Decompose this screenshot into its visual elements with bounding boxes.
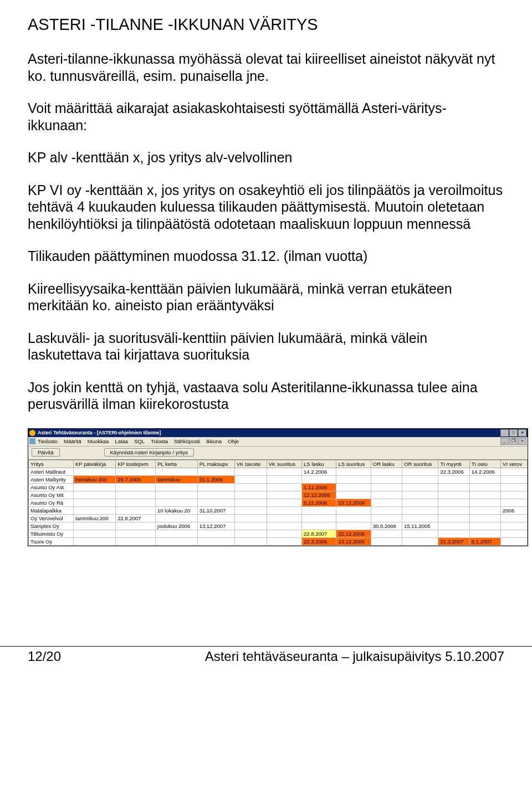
cell[interactable]: 30.5.2006: [371, 522, 402, 530]
cell[interactable]: [267, 483, 302, 491]
cell[interactable]: 14.2.2006: [302, 468, 336, 475]
cell[interactable]: 8.1.2007: [469, 537, 500, 545]
column-header[interactable]: PL maksupv: [197, 460, 234, 468]
cell[interactable]: [74, 522, 116, 530]
cell[interactable]: Asunto Oy Ast: [29, 483, 74, 491]
cell[interactable]: 1.11.2006: [302, 483, 336, 491]
cell[interactable]: [267, 506, 302, 514]
cell[interactable]: [469, 530, 500, 537]
cell[interactable]: [235, 522, 267, 530]
table-row[interactable]: Tuore Oy22.3.200613.12.200521.3.20078.1.…: [29, 537, 528, 545]
cell[interactable]: [302, 506, 336, 514]
cell[interactable]: 29.7.2000: [116, 475, 156, 483]
menu-lataa[interactable]: Lataa: [115, 438, 128, 444]
cell[interactable]: 2006: [501, 506, 528, 514]
cell[interactable]: Asunto Oy Mit: [29, 491, 74, 499]
cell[interactable]: 10 lokakuu 20: [156, 506, 198, 514]
mdi-minimize-button[interactable]: _: [500, 438, 509, 445]
cell[interactable]: [235, 491, 267, 499]
cell[interactable]: [235, 506, 267, 514]
column-header[interactable]: Yritys: [29, 460, 74, 468]
cell[interactable]: [235, 514, 267, 522]
cell[interactable]: [235, 468, 267, 475]
cell[interactable]: [469, 522, 500, 530]
cell[interactable]: [235, 475, 267, 483]
menu-maarita[interactable]: Määritä: [64, 438, 81, 444]
cell[interactable]: tammikuu: [156, 475, 198, 483]
cell[interactable]: [469, 506, 500, 514]
cell[interactable]: 22.8.2007: [116, 514, 156, 522]
column-header[interactable]: KP päiväkirja: [74, 460, 116, 468]
cell[interactable]: [402, 537, 438, 545]
cell[interactable]: 5.12.2006: [302, 499, 336, 506]
cell[interactable]: [336, 506, 371, 514]
cell[interactable]: [267, 499, 302, 506]
cell[interactable]: [74, 537, 116, 545]
cell[interactable]: [501, 499, 528, 506]
cell[interactable]: [336, 468, 371, 475]
cell[interactable]: Matalapalkka: [29, 506, 74, 514]
table-row[interactable]: Oy Verovelvoltammikuu 20022.8.2007: [29, 514, 528, 522]
cell[interactable]: 22.3.2006: [302, 537, 336, 545]
cell[interactable]: [336, 514, 371, 522]
cell[interactable]: [438, 506, 469, 514]
titlebar[interactable]: Asteri Tehtäväseuranta - [ASTERI-ohjelmi…: [28, 429, 528, 437]
launch-button[interactable]: Käynnistä Asteri Kirjanpito / yritys: [104, 448, 194, 457]
cell[interactable]: [402, 483, 438, 491]
cell[interactable]: [501, 522, 528, 530]
cell[interactable]: 13.12.2005: [336, 537, 371, 545]
cell[interactable]: [267, 468, 302, 475]
cell[interactable]: [402, 475, 438, 483]
cell[interactable]: [371, 483, 402, 491]
cell[interactable]: [438, 499, 469, 506]
cell[interactable]: [371, 506, 402, 514]
cell[interactable]: Samples Oy: [29, 522, 74, 530]
cell[interactable]: [197, 468, 234, 475]
cell[interactable]: [371, 537, 402, 545]
table-row[interactable]: Asunto Oy Mit12.12.2005: [29, 491, 528, 499]
cell[interactable]: [267, 475, 302, 483]
cell[interactable]: [336, 483, 371, 491]
cell[interactable]: [501, 537, 528, 545]
menu-tiedosto[interactable]: Tiedosto: [38, 438, 58, 444]
cell[interactable]: [402, 530, 438, 537]
cell[interactable]: [197, 530, 234, 537]
cell[interactable]: [235, 499, 267, 506]
cell[interactable]: [116, 483, 156, 491]
cell[interactable]: [116, 522, 156, 530]
column-header[interactable]: TI myynti: [438, 460, 469, 468]
cell[interactable]: 15.12.2006: [336, 499, 371, 506]
cell[interactable]: [501, 514, 528, 522]
column-header[interactable]: LS lasku: [302, 460, 336, 468]
cell[interactable]: [336, 522, 371, 530]
cell[interactable]: [74, 468, 116, 475]
cell[interactable]: [438, 522, 469, 530]
cell[interactable]: [371, 468, 402, 475]
cell[interactable]: [197, 537, 234, 545]
cell[interactable]: [371, 530, 402, 537]
column-header[interactable]: VK tavoite: [235, 460, 267, 468]
cell[interactable]: [438, 475, 469, 483]
cell[interactable]: [156, 537, 198, 545]
menu-ohje[interactable]: Ohje: [228, 438, 239, 444]
cell[interactable]: [302, 522, 336, 530]
cell[interactable]: [116, 537, 156, 545]
cell[interactable]: [74, 483, 116, 491]
cell[interactable]: [402, 514, 438, 522]
cell[interactable]: 22.3.2006: [438, 468, 469, 475]
cell[interactable]: [402, 491, 438, 499]
refresh-button[interactable]: Päivitä: [32, 448, 60, 457]
cell[interactable]: [156, 514, 198, 522]
cell[interactable]: [267, 522, 302, 530]
cell[interactable]: Asteri Malliyrity: [29, 475, 74, 483]
column-header[interactable]: OR suoritus: [402, 460, 438, 468]
column-header[interactable]: KP tositepvm: [116, 460, 156, 468]
maximize-button[interactable]: □: [509, 429, 518, 437]
cell[interactable]: [116, 530, 156, 537]
cell[interactable]: [438, 483, 469, 491]
table-row[interactable]: Matalapalkka10 lokakuu 2031.10.20072006: [29, 506, 528, 514]
menubar[interactable]: Tiedosto Määritä Muokkaa Lataa SQL Tulos…: [38, 438, 242, 445]
cell[interactable]: [501, 475, 528, 483]
cell[interactable]: [74, 506, 116, 514]
cell[interactable]: [235, 537, 267, 545]
